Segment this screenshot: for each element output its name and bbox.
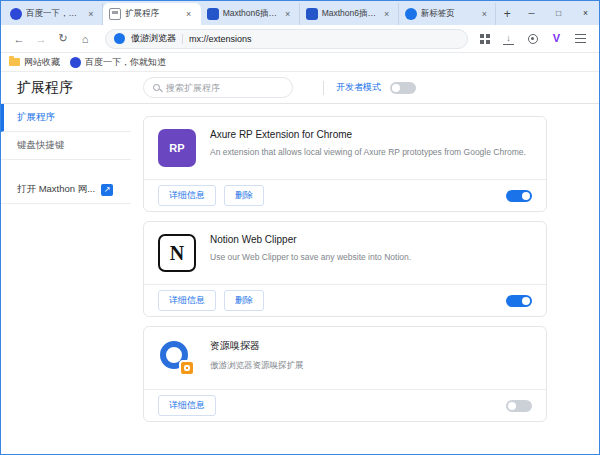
card-footer: 详细信息 删除 (144, 179, 546, 211)
extension-description: Use our Web Clipper to save any website … (210, 251, 532, 264)
baidu-favicon (70, 57, 81, 68)
address-separator (182, 34, 183, 44)
tab-close-icon[interactable]: × (85, 8, 97, 20)
extension-toggle[interactable] (506, 400, 532, 412)
tab-label: 新标签页 (421, 8, 475, 20)
url-text: mx://extensions (189, 34, 252, 44)
extension-toggle[interactable] (506, 190, 532, 202)
card-info: 资源嗅探器 傲游浏览器资源嗅探扩展 (210, 339, 532, 377)
extension-name: Notion Web Clipper (210, 234, 532, 245)
menu-icon[interactable] (574, 32, 587, 45)
details-button[interactable]: 详细信息 (158, 185, 216, 206)
site-name: 傲游浏览器 (131, 32, 176, 45)
sniffer-extension-icon (158, 339, 196, 377)
tab-plugin-center-2[interactable]: Maxthon6插件中心 × (300, 3, 399, 25)
new-tab-button[interactable]: + (496, 3, 518, 25)
card-footer: 详细信息 删除 (144, 284, 546, 316)
notion-icon-text: N (170, 242, 184, 265)
refresh-button[interactable]: ↻ (53, 29, 73, 49)
tab-new-tab-page[interactable]: 新标签页 × (399, 3, 497, 25)
bookmarks-bar: 网站收藏 百度一下，你就知道 (1, 53, 599, 72)
close-window-button[interactable]: × (572, 1, 599, 25)
extension-description: An extension that allows local viewing o… (210, 146, 532, 159)
sidebar-item-label: 键盘快捷键 (17, 139, 65, 152)
axure-extension-icon: RP (158, 129, 196, 167)
back-button[interactable]: ← (9, 29, 29, 49)
developer-mode-label: 开发者模式 (336, 81, 381, 94)
remove-button[interactable]: 删除 (224, 185, 264, 206)
extension-card-axure: RP Axure RP Extension for Chrome An exte… (143, 116, 547, 212)
axure-icon-text: RP (169, 142, 184, 154)
sniffer-badge (179, 360, 195, 376)
home-button[interactable]: ⌂ (75, 29, 95, 49)
remove-button[interactable]: 删除 (224, 290, 264, 311)
sidebar-footer-label: 打开 Maxthon 网... (17, 183, 95, 196)
vbox-icon[interactable]: V (550, 32, 563, 45)
minimize-button[interactable]: ─ (518, 1, 545, 25)
card-body: N Notion Web Clipper Use our Web Clipper… (144, 222, 546, 284)
page-title: 扩展程序 (1, 79, 131, 97)
bookmark-folder[interactable]: 网站收藏 (9, 53, 60, 71)
card-info: Notion Web Clipper Use our Web Clipper t… (210, 234, 532, 272)
toolbar-icons: ↓ V (478, 32, 591, 45)
apps-icon[interactable] (478, 32, 491, 45)
extensions-page-favicon (109, 8, 121, 20)
extension-toggle[interactable] (506, 295, 532, 307)
notion-extension-icon: N (158, 234, 196, 272)
tab-baidu[interactable]: 百度一下，你就知道 × (4, 3, 103, 25)
bookmark-baidu[interactable]: 百度一下，你就知道 (70, 53, 166, 71)
window-controls: ─ □ × (518, 1, 599, 25)
tab-extensions[interactable]: 扩展程序 × (103, 3, 201, 25)
sidebar-item-label: 扩展程序 (17, 111, 55, 124)
tab-label: Maxthon6插件中心 (322, 8, 377, 20)
download-icon[interactable]: ↓ (502, 32, 515, 45)
bookmark-label: 网站收藏 (24, 56, 60, 69)
page-header: 扩展程序 开发者模式 (1, 72, 599, 104)
tab-label: 百度一下，你就知道 (26, 8, 81, 20)
maxthon-favicon (405, 8, 417, 20)
address-bar[interactable]: 傲游浏览器 mx://extensions (105, 29, 468, 49)
tab-close-icon[interactable]: × (183, 8, 195, 20)
external-link-icon: ↗ (101, 184, 113, 196)
tab-plugin-center-1[interactable]: Maxthon6插件中心 × (201, 3, 300, 25)
maxthon-favicon (114, 33, 125, 44)
share-icon[interactable] (526, 32, 539, 45)
details-button[interactable]: 详细信息 (158, 395, 216, 416)
extension-description: 傲游浏览器资源嗅探扩展 (210, 359, 532, 372)
extension-card-sniffer: 资源嗅探器 傲游浏览器资源嗅探扩展 详细信息 (143, 326, 547, 422)
tab-bar: 百度一下，你就知道 × 扩展程序 × Maxthon6插件中心 × Maxtho… (1, 1, 599, 25)
header-divider (323, 81, 324, 95)
card-body: RP Axure RP Extension for Chrome An exte… (144, 117, 546, 179)
plugin-center-favicon (306, 8, 318, 20)
card-body: 资源嗅探器 傲游浏览器资源嗅探扩展 (144, 327, 546, 389)
maximize-button[interactable]: □ (545, 1, 572, 25)
extension-name: Axure RP Extension for Chrome (210, 129, 532, 140)
search-icon (153, 84, 160, 91)
extension-search-box[interactable] (143, 77, 293, 98)
sidebar: 扩展程序 键盘快捷键 打开 Maxthon 网... ↗ (1, 104, 131, 454)
sidebar-open-store-link[interactable]: 打开 Maxthon 网... ↗ (1, 176, 131, 204)
browser-window: 百度一下，你就知道 × 扩展程序 × Maxthon6插件中心 × Maxtho… (0, 0, 600, 455)
tab-label: Maxthon6插件中心 (223, 8, 278, 20)
tab-label: 扩展程序 (125, 8, 179, 20)
baidu-favicon (10, 8, 22, 20)
folder-icon (9, 58, 20, 66)
tab-close-icon[interactable]: × (282, 8, 294, 20)
navigation-toolbar: ← → ↻ ⌂ 傲游浏览器 mx://extensions ↓ V (1, 25, 599, 53)
sidebar-item-keyboard-shortcuts[interactable]: 键盘快捷键 (1, 132, 131, 160)
plugin-center-favicon (207, 8, 219, 20)
developer-mode-toggle[interactable] (390, 82, 416, 94)
details-button[interactable]: 详细信息 (158, 290, 216, 311)
tab-close-icon[interactable]: × (478, 8, 490, 20)
tab-close-icon[interactable]: × (381, 8, 393, 20)
extension-card-notion: N Notion Web Clipper Use our Web Clipper… (143, 221, 547, 317)
card-footer: 详细信息 (144, 389, 546, 421)
bookmark-label: 百度一下，你就知道 (85, 56, 166, 69)
extension-list: RP Axure RP Extension for Chrome An exte… (131, 104, 599, 454)
extension-name: 资源嗅探器 (210, 339, 532, 353)
search-input[interactable] (166, 83, 283, 93)
card-info: Axure RP Extension for Chrome An extensi… (210, 129, 532, 167)
extensions-page: 扩展程序 开发者模式 扩展程序 键盘快捷键 打开 Maxthon 网... ↗ (1, 72, 599, 454)
sidebar-item-extensions[interactable]: 扩展程序 (1, 104, 131, 132)
forward-button[interactable]: → (31, 29, 51, 49)
